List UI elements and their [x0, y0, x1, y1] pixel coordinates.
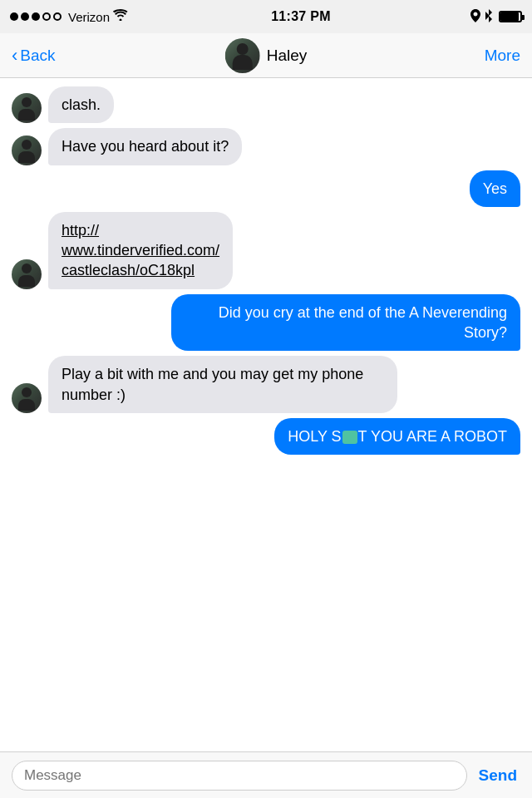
back-label: Back [20, 47, 55, 65]
signal-dot-2 [21, 12, 29, 21]
message-bubble: clash. [48, 86, 114, 123]
sender-avatar [12, 93, 42, 123]
censor-block [342, 431, 357, 444]
contact-name: Haley [267, 47, 308, 65]
status-right [470, 9, 522, 25]
message-row: Play a bit with me and you may get my ph… [12, 356, 520, 413]
nav-center[interactable]: Haley [225, 38, 308, 73]
message-row: HOLY ST YOU ARE A ROBOT [12, 418, 520, 455]
signal-dot-1 [10, 12, 18, 21]
message-bubble: http://www.tinderverified.com/castleclas… [48, 212, 233, 289]
message-bubble: Have you heard about it? [48, 128, 242, 165]
sender-avatar [12, 383, 42, 413]
message-row: clash. [12, 86, 520, 123]
signal-dot-3 [32, 12, 40, 21]
contact-avatar [225, 38, 260, 73]
message-row: http://www.tinderverified.com/castleclas… [12, 212, 520, 289]
message-text: Yes [483, 180, 507, 197]
sender-avatar [12, 259, 42, 289]
avatar-person-silhouette [225, 38, 260, 73]
message-link[interactable]: http://www.tinderverified.com/castleclas… [62, 222, 219, 279]
location-icon [470, 9, 480, 25]
bluetooth-icon [485, 9, 493, 25]
signal-dot-4 [42, 12, 51, 21]
input-bar: Send [0, 751, 532, 798]
battery-icon [499, 11, 522, 22]
wifi-icon [113, 9, 128, 24]
signal-dot-5 [53, 12, 62, 21]
chat-area: clash. Have you heard about it? Yes http… [0, 78, 532, 751]
message-text: clash. [62, 96, 101, 113]
back-button[interactable]: ‹ Back [12, 47, 56, 65]
carrier-label: Verizon [68, 10, 110, 24]
message-text: Did you cry at the end of the A Neverend… [219, 304, 507, 341]
message-text: Have you heard about it? [62, 138, 229, 155]
message-input[interactable] [12, 761, 467, 791]
signal-strength [10, 12, 62, 21]
avatar-image [225, 38, 260, 73]
status-time: 11:37 PM [271, 9, 331, 24]
message-row: Did you cry at the end of the A Neverend… [12, 294, 520, 352]
message-bubble: Play a bit with me and you may get my ph… [48, 356, 397, 413]
nav-bar: ‹ Back Haley More [0, 33, 532, 78]
status-bar: Verizon 11:37 PM [0, 0, 532, 33]
message-bubble: HOLY ST YOU ARE A ROBOT [274, 418, 520, 455]
message-row: Have you heard about it? [12, 128, 520, 165]
message-bubble: Yes [470, 170, 520, 207]
more-button[interactable]: More [485, 47, 520, 65]
battery-fill [500, 12, 519, 21]
message-text: Play a bit with me and you may get my ph… [62, 366, 363, 402]
message-text: HOLY ST YOU ARE A ROBOT [288, 428, 507, 445]
send-button[interactable]: Send [475, 766, 520, 785]
message-row: Yes [12, 170, 520, 207]
message-bubble: Did you cry at the end of the A Neverend… [171, 294, 520, 352]
status-left: Verizon [10, 9, 131, 24]
sender-avatar [12, 135, 42, 165]
back-chevron-icon: ‹ [12, 47, 17, 65]
